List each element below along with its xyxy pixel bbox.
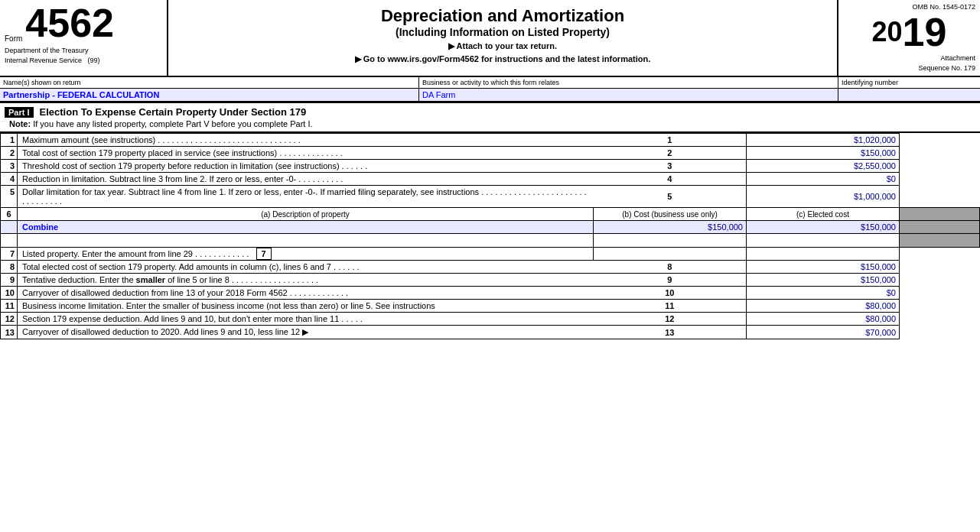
line-9: 9 Tentative deduction. Enter the smaller… bbox=[1, 274, 980, 287]
line10-ref: 10 bbox=[594, 287, 747, 300]
dept-line2: Internal Revenue Service (99) bbox=[5, 56, 162, 66]
line9-label: Tentative deduction. Enter the smaller o… bbox=[18, 274, 594, 287]
line2-label: Total cost of section 179 property place… bbox=[18, 147, 594, 160]
line10-value: $0 bbox=[747, 287, 900, 300]
combine-row: Combine $150,000 $150,000 bbox=[1, 221, 980, 234]
line9-ref: 9 bbox=[594, 274, 747, 287]
part1-title: Election To Expense Certain Property Und… bbox=[40, 106, 307, 118]
biz-label: Business or activity to which this form … bbox=[419, 77, 838, 88]
part1-note: Note: If you have any listed property, c… bbox=[5, 119, 975, 128]
line1-label: Maximum amount (see instructions) . . . … bbox=[18, 134, 594, 147]
line12-num: 12 bbox=[1, 313, 18, 326]
line13-num: 13 bbox=[1, 326, 18, 339]
line-11: 11 Business income limitation. Enter the… bbox=[1, 300, 980, 313]
name-label-row: Name(s) shown on return Business or acti… bbox=[0, 77, 980, 89]
line2-ref: 2 bbox=[594, 147, 747, 160]
line11-ref: 11 bbox=[594, 300, 747, 313]
id-value bbox=[838, 89, 980, 101]
line7-ref-empty bbox=[594, 248, 747, 261]
line-8: 8 Total elected cost of section 179 prop… bbox=[1, 261, 980, 274]
line-13: 13 Carryover of disallowed deduction to … bbox=[1, 326, 980, 339]
line8-ref: 8 bbox=[594, 261, 747, 274]
form-container: Form 4562 Department of the Treasury Int… bbox=[0, 0, 980, 339]
line5-ref: 5 bbox=[594, 186, 747, 208]
combine-c: $150,000 bbox=[747, 221, 900, 234]
line1-num: 1 bbox=[1, 134, 18, 147]
line10-num: 10 bbox=[1, 287, 18, 300]
line3-value: $2,550,000 bbox=[747, 160, 900, 173]
name-value: Partnership - FEDERAL CALCULATION bbox=[0, 89, 419, 101]
line4-value: $0 bbox=[747, 173, 900, 186]
line3-label: Threshold cost of section 179 property b… bbox=[18, 160, 594, 173]
combine-b: $150,000 bbox=[594, 221, 747, 234]
line4-label: Reduction in limitation. Subtract line 3… bbox=[18, 173, 594, 186]
instruction2: ▶ Go to www.irs.gov/Form4562 for instruc… bbox=[176, 54, 829, 64]
form-number-row: Form 4562 bbox=[5, 3, 162, 43]
col-c-header: (c) Elected cost bbox=[747, 208, 900, 221]
line-1: 1 Maximum amount (see instructions) . . … bbox=[1, 134, 980, 147]
line1-value: $1,020,000 bbox=[747, 134, 900, 147]
line4-num: 4 bbox=[1, 173, 18, 186]
dept-line1: Department of the Treasury bbox=[5, 46, 162, 56]
line8-value: $150,000 bbox=[747, 261, 900, 274]
line-10: 10 Carryover of disallowed deduction fro… bbox=[1, 287, 980, 300]
attachment-info: Attachment Sequence No. 179 bbox=[843, 54, 975, 73]
line3-ref: 3 bbox=[594, 160, 747, 173]
year-prefix: 20 bbox=[872, 16, 903, 48]
year-row: 20 19 bbox=[843, 12, 975, 52]
lines-table: 1 Maximum amount (see instructions) . . … bbox=[0, 133, 980, 339]
row6-header: 6 (a) Description of property (b) Cost (… bbox=[1, 208, 980, 221]
line-2: 2 Total cost of section 179 property pla… bbox=[1, 147, 980, 160]
name-label: Name(s) shown on return bbox=[0, 77, 419, 88]
line7-value bbox=[747, 248, 900, 261]
line7-box: 7 bbox=[256, 248, 272, 260]
line9-num: 9 bbox=[1, 274, 18, 287]
form-number: 4562 bbox=[25, 3, 114, 43]
row6-gray bbox=[900, 208, 980, 221]
col-a-header: (a) Description of property bbox=[18, 208, 594, 221]
sub-title: (Including Information on Listed Propert… bbox=[176, 26, 829, 38]
main-title: Depreciation and Amortization bbox=[176, 6, 829, 26]
dept-text: Department of the Treasury Internal Reve… bbox=[5, 46, 162, 65]
line5-label: Dollar limitation for tax year. Subtract… bbox=[18, 186, 594, 208]
header-center: Depreciation and Amortization (Including… bbox=[168, 0, 838, 76]
line5-num: 5 bbox=[1, 186, 18, 208]
line8-label: Total elected cost of section 179 proper… bbox=[18, 261, 594, 274]
id-label: Identifying number bbox=[838, 77, 980, 88]
instruction1: ▶ Attach to your tax return. bbox=[176, 41, 829, 51]
line-3: 3 Threshold cost of section 179 property… bbox=[1, 160, 980, 173]
line-12: 12 Section 179 expense deduction. Add li… bbox=[1, 313, 980, 326]
empty-row bbox=[1, 234, 980, 248]
line3-num: 3 bbox=[1, 160, 18, 173]
name-data-row: Partnership - FEDERAL CALCULATION DA Far… bbox=[0, 89, 980, 102]
year-suffix: 19 bbox=[903, 12, 947, 52]
combine-label: Combine bbox=[18, 221, 594, 234]
line8-num: 8 bbox=[1, 261, 18, 274]
header-right: OMB No. 1545-0172 20 19 Attachment Seque… bbox=[838, 0, 980, 76]
line11-value: $80,000 bbox=[747, 300, 900, 313]
row6-num: 6 bbox=[1, 208, 18, 221]
col-b-header: (b) Cost (business use only) bbox=[594, 208, 747, 221]
part1-badge: Part I bbox=[5, 107, 34, 118]
line12-value: $80,000 bbox=[747, 313, 900, 326]
line13-value: $70,000 bbox=[747, 326, 900, 339]
line1-ref: 1 bbox=[594, 134, 747, 147]
line13-ref: 13 bbox=[594, 326, 747, 339]
line5-value: $1,000,000 bbox=[747, 186, 900, 208]
line9-value: $150,000 bbox=[747, 274, 900, 287]
line11-num: 11 bbox=[1, 300, 18, 313]
biz-value: DA Farm bbox=[419, 89, 838, 101]
line12-label: Section 179 expense deduction. Add lines… bbox=[18, 313, 594, 326]
line10-label: Carryover of disallowed deduction from l… bbox=[18, 287, 594, 300]
line4-ref: 4 bbox=[594, 173, 747, 186]
line-7: 7 Listed property. Enter the amount from… bbox=[1, 248, 980, 261]
form-header: Form 4562 Department of the Treasury Int… bbox=[0, 0, 980, 77]
line2-num: 2 bbox=[1, 147, 18, 160]
header-left: Form 4562 Department of the Treasury Int… bbox=[0, 0, 168, 76]
line-5: 5 Dollar limitation for tax year. Subtra… bbox=[1, 186, 980, 208]
line13-label: Carryover of disallowed deduction to 202… bbox=[18, 326, 594, 339]
line7-label: Listed property. Enter the amount from l… bbox=[18, 248, 594, 261]
line-4: 4 Reduction in limitation. Subtract line… bbox=[1, 173, 980, 186]
line11-label: Business income limitation. Enter the sm… bbox=[18, 300, 594, 313]
line2-value: $150,000 bbox=[747, 147, 900, 160]
